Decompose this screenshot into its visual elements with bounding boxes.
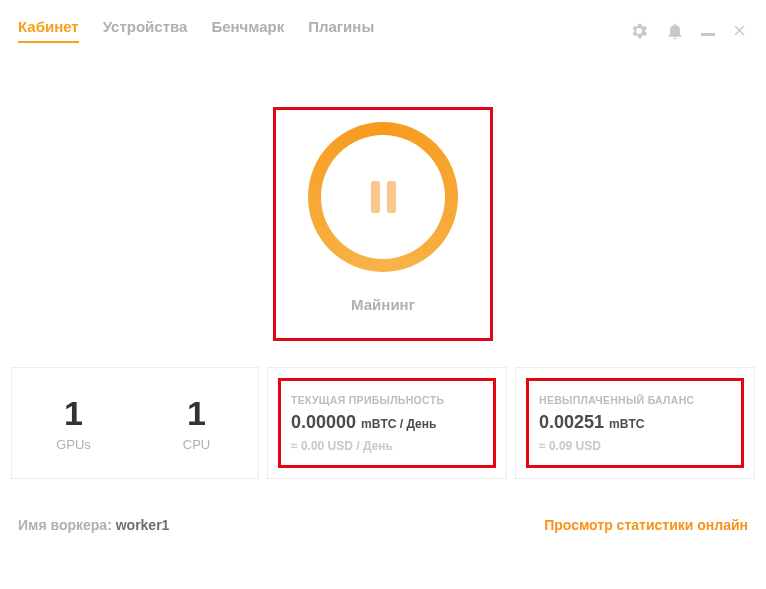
tab-devices[interactable]: Устройства: [103, 18, 188, 43]
gpu-label: GPUs: [56, 437, 91, 452]
worker-name-label: Имя воркера: worker1: [18, 517, 169, 533]
balance-title: НЕВЫПЛАЧЕННЫЙ БАЛАНС: [539, 394, 731, 406]
mining-toggle-button[interactable]: [308, 122, 458, 272]
view-stats-link[interactable]: Просмотр статистики онлайн: [544, 517, 748, 533]
tab-benchmark[interactable]: Бенчмарк: [211, 18, 284, 43]
balance-value: 0.00251 mBTC: [539, 412, 731, 433]
tab-plugins[interactable]: Плагины: [308, 18, 374, 43]
gpu-count: 1: [64, 394, 83, 433]
window-controls: [629, 20, 748, 42]
main-tabs: Кабинет Устройства Бенчмарк Плагины: [18, 18, 374, 43]
mining-panel: Майнинг: [273, 107, 493, 341]
minimize-icon[interactable]: [701, 25, 715, 36]
profitability-sub: ≈ 0.00 USD / День: [291, 439, 483, 453]
profitability-card: ТЕКУЩАЯ ПРИБЫЛЬНОСТЬ 0.00000 mBTC / День…: [267, 367, 507, 479]
bell-icon[interactable]: [665, 20, 685, 42]
cpu-count: 1: [187, 394, 206, 433]
pause-icon: [371, 181, 396, 213]
close-icon[interactable]: [731, 22, 748, 39]
profitability-title: ТЕКУЩАЯ ПРИБЫЛЬНОСТЬ: [291, 394, 483, 406]
gear-icon[interactable]: [629, 21, 649, 41]
devices-card: 1 GPUs 1 CPU: [11, 367, 259, 479]
mining-label: Майнинг: [351, 296, 415, 313]
cpu-label: CPU: [183, 437, 210, 452]
profitability-value: 0.00000 mBTC / День: [291, 412, 483, 433]
tab-dashboard[interactable]: Кабинет: [18, 18, 79, 43]
balance-card: НЕВЫПЛАЧЕННЫЙ БАЛАНС 0.00251 mBTC ≈ 0.09…: [515, 367, 755, 479]
balance-sub: ≈ 0.09 USD: [539, 439, 731, 453]
